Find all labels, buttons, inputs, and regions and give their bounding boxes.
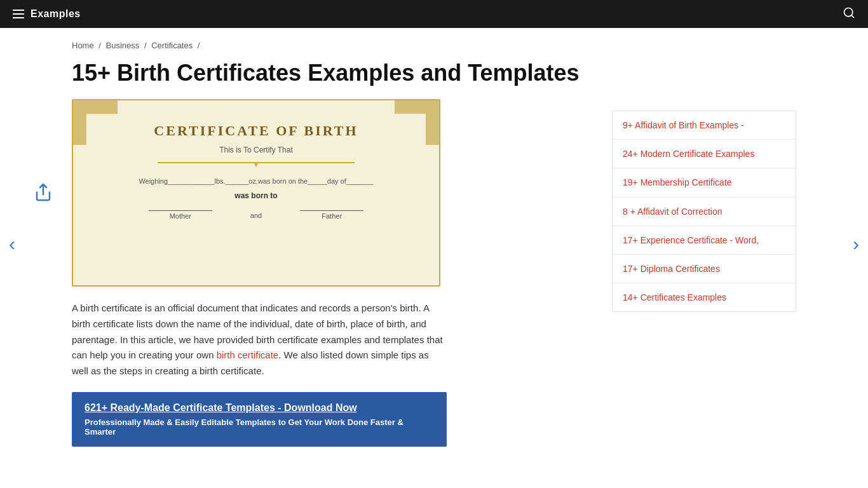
certificate-image: Certificate of Birth This is To Certify … [72, 99, 440, 287]
share-icon[interactable] [34, 182, 53, 203]
main-content: Home / Business / Certificates / 15+ Bir… [72, 41, 593, 453]
carousel-next-button[interactable]: › [853, 233, 859, 255]
nav-left: Examples [13, 8, 81, 20]
sidebar-item-6[interactable]: 14+ Certificates Examples [613, 283, 796, 311]
sidebar-item-2[interactable]: 19+ Membership Certificate [613, 168, 796, 197]
search-icon[interactable] [843, 6, 855, 22]
top-navigation: Examples [0, 0, 868, 28]
sidebar: 9+ Affidavit of Birth Examples - 24+ Mod… [612, 111, 796, 453]
breadcrumb-business[interactable]: Business [106, 41, 140, 50]
cta-title[interactable]: 621+ Ready-Made Certificate Templates - … [85, 402, 434, 414]
cert-father: Father [300, 210, 363, 220]
cert-parents: Mother and Father [149, 210, 363, 220]
cert-and-label: and [250, 212, 262, 219]
cert-born-to: was born to [234, 191, 277, 200]
cert-mother-label: Mother [170, 212, 191, 220]
nav-title: Examples [31, 8, 81, 20]
cert-mother: Mother [149, 210, 212, 220]
page-wrapper: Home / Business / Certificates / 15+ Bir… [53, 28, 815, 466]
hamburger-icon[interactable] [13, 10, 24, 18]
sidebar-item-0[interactable]: 9+ Affidavit of Birth Examples - [613, 111, 796, 140]
sidebar-item-4[interactable]: 17+ Experience Certificate - Word, [613, 226, 796, 255]
breadcrumb-certificates[interactable]: Certificates [151, 41, 193, 50]
sidebar-item-5[interactable]: 17+ Diploma Certificates [613, 255, 796, 283]
cert-subtitle: This is To Certify That [219, 146, 293, 154]
cert-father-label: Father [322, 212, 342, 220]
sidebar-item-1[interactable]: 24+ Modern Certificate Examples [613, 140, 796, 168]
birth-certificate-link[interactable]: birth certificate [217, 349, 279, 360]
sidebar-box: 9+ Affidavit of Birth Examples - 24+ Mod… [612, 111, 796, 312]
breadcrumb-home[interactable]: Home [72, 41, 94, 50]
carousel-prev-button[interactable]: ‹ [9, 233, 15, 255]
cta-banner[interactable]: 621+ Ready-Made Certificate Templates - … [72, 392, 447, 447]
breadcrumb: Home / Business / Certificates / [72, 41, 593, 50]
certificate-image-wrapper: Certificate of Birth This is To Certify … [72, 99, 593, 287]
cert-title: Certificate of Birth [154, 123, 358, 139]
cta-subtitle: Professionally Made & Easily Editable Te… [85, 417, 434, 437]
description-text: A birth certificate is an official docum… [72, 301, 447, 379]
svg-line-1 [851, 15, 854, 17]
sidebar-item-3[interactable]: 8 + Affidavit of Correction [613, 198, 796, 226]
cert-body: Weighing____________lbs.______oz.was bor… [139, 177, 373, 185]
cert-decorative-line [158, 162, 355, 163]
page-title: 15+ Birth Certificates Examples and Temp… [72, 59, 593, 86]
